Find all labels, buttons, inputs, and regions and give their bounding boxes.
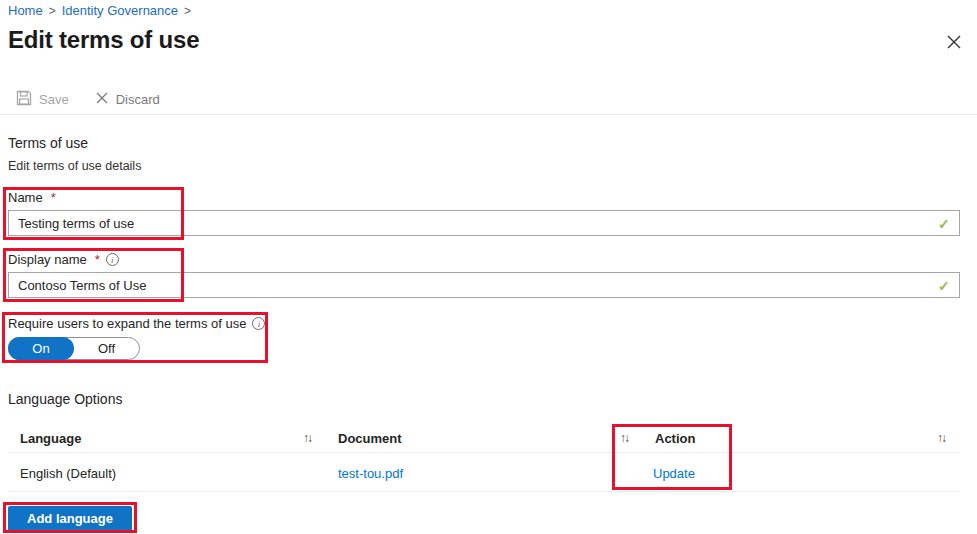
command-bar: Save Discard	[16, 90, 160, 109]
breadcrumb-identity-governance-link[interactable]: Identity Governance	[62, 3, 178, 18]
display-name-input[interactable]	[8, 272, 960, 298]
toolbar-divider	[0, 114, 977, 115]
page-title: Edit terms of use	[8, 26, 199, 54]
display-name-valid-check-icon: ✓	[938, 278, 950, 294]
breadcrumb-separator: >	[49, 4, 56, 18]
breadcrumb-home-link[interactable]: Home	[8, 3, 43, 18]
discard-button-label: Discard	[116, 92, 160, 107]
required-marker: *	[95, 252, 100, 267]
section-subtitle: Edit terms of use details	[8, 159, 141, 173]
required-marker: *	[51, 190, 56, 205]
name-field-label: Name*	[8, 190, 56, 205]
toggle-off-option[interactable]: Off	[74, 338, 139, 359]
sort-icon[interactable]: ↑↓	[937, 431, 945, 445]
breadcrumb-separator: >	[184, 4, 191, 18]
sort-icon[interactable]: ↑↓	[303, 431, 311, 445]
name-valid-check-icon: ✓	[938, 216, 950, 232]
expand-toggle[interactable]: On Off	[8, 337, 140, 360]
discard-x-icon	[95, 91, 109, 108]
name-input[interactable]	[8, 210, 960, 236]
add-language-button[interactable]: Add language	[8, 506, 132, 531]
name-label-text: Name	[8, 190, 43, 205]
info-icon[interactable]: i	[106, 253, 119, 266]
edit-terms-of-use-page: Home>Identity Governance> Edit terms of …	[0, 0, 977, 534]
update-link[interactable]: Update	[653, 466, 695, 481]
document-link[interactable]: test-tou.pdf	[338, 466, 403, 481]
column-header-language[interactable]: Language	[20, 431, 81, 446]
info-icon[interactable]: i	[252, 317, 265, 330]
section-title: Terms of use	[8, 135, 88, 151]
toggle-on-option[interactable]: On	[8, 337, 74, 360]
table-row-divider	[8, 491, 960, 492]
expand-toggle-label-text: Require users to expand the terms of use	[8, 316, 246, 331]
save-button-label: Save	[39, 92, 69, 107]
save-icon	[16, 90, 32, 109]
save-button[interactable]: Save	[16, 90, 69, 109]
close-icon[interactable]	[945, 33, 963, 51]
expand-toggle-label: Require users to expand the terms of use…	[8, 316, 265, 331]
sort-icon[interactable]: ↑↓	[620, 431, 628, 445]
display-name-label-text: Display name	[8, 252, 87, 267]
discard-button[interactable]: Discard	[95, 91, 160, 108]
language-options-heading: Language Options	[8, 391, 122, 407]
breadcrumb: Home>Identity Governance>	[8, 3, 197, 18]
display-name-field-label: Display name* i	[8, 252, 119, 267]
column-header-document[interactable]: Document	[338, 431, 402, 446]
column-header-action[interactable]: Action	[655, 431, 695, 446]
table-cell-language: English (Default)	[20, 466, 116, 481]
table-header-divider	[8, 452, 960, 453]
